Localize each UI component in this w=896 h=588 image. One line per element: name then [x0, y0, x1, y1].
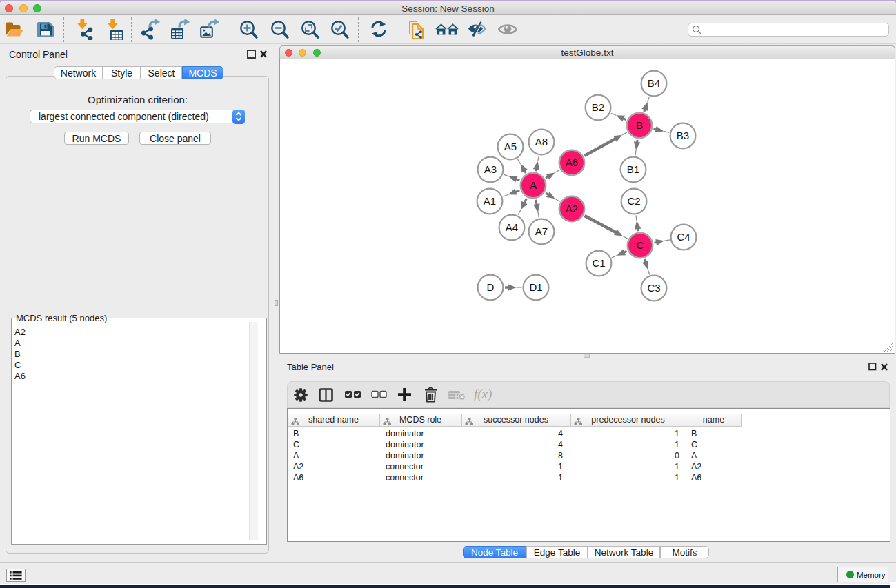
svg-text:C1: C1: [592, 257, 605, 269]
svg-text:C2: C2: [627, 195, 640, 207]
svg-text:A1: A1: [484, 195, 496, 207]
svg-text:C: C: [637, 239, 644, 251]
svg-text:A: A: [530, 179, 537, 191]
svg-text:A2: A2: [566, 203, 578, 214]
svg-text:A4: A4: [506, 221, 518, 233]
svg-text:C3: C3: [647, 282, 660, 294]
svg-text:B3: B3: [677, 130, 689, 141]
svg-text:A8: A8: [535, 136, 548, 148]
svg-text:D: D: [487, 281, 495, 293]
svg-text:B: B: [636, 119, 643, 131]
svg-text:B2: B2: [592, 101, 604, 113]
svg-text:C4: C4: [677, 231, 690, 243]
svg-text:A3: A3: [484, 163, 497, 175]
svg-text:B1: B1: [627, 163, 639, 175]
svg-text:A5: A5: [504, 141, 517, 152]
svg-text:B4: B4: [648, 77, 660, 89]
svg-text:A7: A7: [535, 225, 548, 237]
svg-text:D1: D1: [529, 281, 542, 293]
svg-text:A6: A6: [566, 156, 578, 168]
